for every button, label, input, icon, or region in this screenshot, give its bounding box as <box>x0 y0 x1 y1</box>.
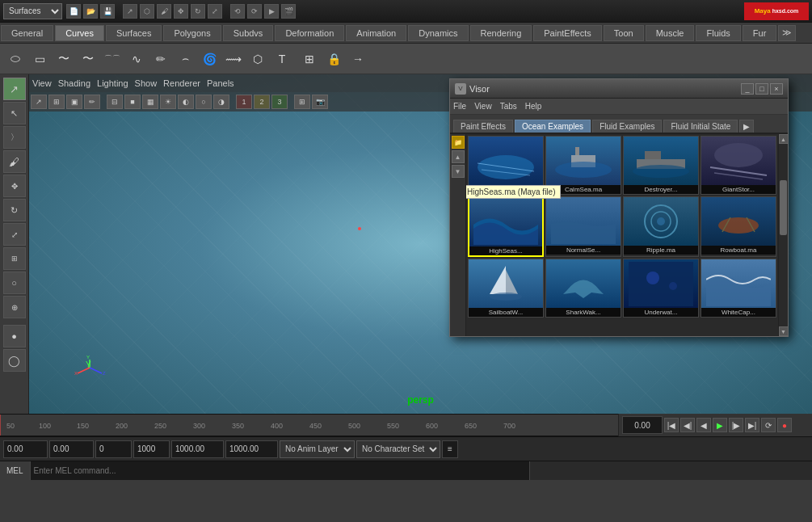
go-end-btn[interactable]: ▶| <box>745 418 759 432</box>
play-btn[interactable]: ▶ <box>713 418 727 432</box>
visor-item-boatwake[interactable]: BoatWake... <box>468 136 544 195</box>
step-back-btn[interactable]: ◀| <box>680 418 695 432</box>
move-icon[interactable]: ✥ <box>174 4 188 19</box>
visor-item-ripple[interactable]: Ripple.ma <box>623 196 699 257</box>
redo-icon[interactable]: ⟳ <box>247 4 262 19</box>
vp-menu-view[interactable]: View <box>32 78 52 88</box>
tab-dynamics[interactable]: Dynamics <box>408 25 468 41</box>
visor-item-highseas[interactable]: HighSeas... HighSeas.ma (Maya file) <box>468 196 544 257</box>
visor-tab-fluidstate[interactable]: Fluid Initial State <box>663 120 738 133</box>
lasso-tool[interactable]: 〉 <box>3 126 26 149</box>
visor-item-giantstorm[interactable]: GiantStor... <box>701 136 776 195</box>
vp-quality-low[interactable]: 1 <box>236 95 252 109</box>
rotate-tool[interactable]: ↻ <box>3 199 26 221</box>
viewport[interactable]: View Shading Lighting Show Renderer Pane… <box>29 74 812 414</box>
vp-select-icon[interactable]: ↗ <box>31 95 47 109</box>
vp-menu-renderer[interactable]: Renderer <box>163 78 200 88</box>
visor-tab-next[interactable]: ▶ <box>739 120 754 133</box>
shelf-text[interactable]: T <box>270 47 294 71</box>
vp-texture-icon[interactable]: ▦ <box>142 95 158 109</box>
soft-select[interactable]: ○ <box>3 272 26 294</box>
command-input[interactable] <box>31 461 529 480</box>
shelf-arrow[interactable]: → <box>346 47 370 71</box>
tab-muscle[interactable]: Muscle <box>646 25 695 41</box>
visor-item-normalsea[interactable]: NormalSe... <box>545 196 621 257</box>
tab-surfaces[interactable]: Surfaces <box>106 25 162 41</box>
visor-close[interactable]: × <box>770 83 783 95</box>
tab-deformation[interactable]: Deformation <box>275 25 344 41</box>
scroll-down-btn[interactable]: ▼ <box>779 326 789 336</box>
rotate-icon[interactable]: ↻ <box>191 4 205 19</box>
select-tool-2[interactable]: ↖ <box>3 102 26 124</box>
vp-menu-shading[interactable]: Shading <box>58 78 90 88</box>
vp-paint-icon[interactable]: ✏ <box>84 95 100 109</box>
tab-general[interactable]: General <box>1 25 53 41</box>
paint-icon[interactable]: 🖌 <box>157 4 171 19</box>
z-coord-input[interactable] <box>95 440 132 458</box>
vp-lights-icon[interactable]: ☀ <box>160 95 176 109</box>
scroll-thumb[interactable] <box>780 180 787 235</box>
tab-fur[interactable]: Fur <box>743 25 777 41</box>
history-icon[interactable]: ⟲ <box>230 4 245 19</box>
go-start-btn[interactable]: |◀ <box>664 418 679 432</box>
visor-item-destroyer[interactable]: Destroyer... <box>623 136 699 195</box>
show-manip[interactable]: ⊕ <box>3 296 26 318</box>
play-back-btn[interactable]: ◀ <box>696 418 711 432</box>
vp-motion-icon[interactable]: ◑ <box>213 95 229 109</box>
visor-menu-file[interactable]: File <box>453 102 466 111</box>
vp-smooth-icon[interactable]: ■ <box>124 95 141 109</box>
vp-ao-icon[interactable]: ○ <box>196 95 212 109</box>
visor-item-underwater[interactable]: Underwat... <box>623 259 699 318</box>
vp-menu-panels[interactable]: Panels <box>207 78 234 88</box>
render-icon[interactable]: ▶ <box>264 4 279 19</box>
visor-menu-view[interactable]: View <box>474 102 492 111</box>
vp-shadows-icon[interactable]: ◐ <box>178 95 194 109</box>
visor-item-whitecap[interactable]: WhiteCap... <box>701 259 776 318</box>
visor-tab-painteffects[interactable]: Paint Effects <box>453 120 513 133</box>
xform-tool[interactable]: ⊞ <box>3 247 26 270</box>
loop-btn[interactable]: ⟳ <box>761 418 776 432</box>
shelf-poly[interactable]: ⬡ <box>246 47 270 71</box>
visor-tab-fluid[interactable]: Fluid Examples <box>592 120 662 133</box>
character-set-dropdown[interactable]: No Character Set <box>356 440 440 458</box>
shelf-snap[interactable]: ⊞ <box>297 47 322 71</box>
move-tool[interactable]: ✥ <box>3 175 26 197</box>
new-icon[interactable]: 📄 <box>66 4 81 19</box>
scroll-track[interactable] <box>779 144 788 326</box>
step-fwd-btn[interactable]: |▶ <box>729 418 743 432</box>
shelf-rect[interactable]: ▭ <box>27 47 52 71</box>
visor-item-sailboat[interactable]: SailboatW... <box>468 259 544 318</box>
scale-tool[interactable]: ⤢ <box>3 223 26 246</box>
visor-minimize[interactable]: _ <box>741 83 754 95</box>
visor-titlebar[interactable]: V Visor _ □ × <box>450 79 788 99</box>
shelf-pencil[interactable]: ✏ <box>149 47 173 71</box>
shelf-arc[interactable]: ⌢ <box>173 47 197 71</box>
visor-item-calmsea[interactable]: CalmSea.ma <box>545 136 621 195</box>
shelf-curve3[interactable]: ⌒⌒ <box>100 47 124 71</box>
lasso-icon[interactable]: ⬡ <box>140 4 154 19</box>
tab-curves[interactable]: Curves <box>55 25 104 41</box>
vp-mask-icon[interactable]: ▣ <box>66 95 82 109</box>
tab-painteffects[interactable]: PaintEffects <box>533 25 602 41</box>
shelf-ellipse[interactable]: ⬭ <box>3 47 27 71</box>
tab-animation[interactable]: Animation <box>346 25 406 41</box>
vp-menu-lighting[interactable]: Lighting <box>97 78 128 88</box>
brush-tool[interactable]: ● <box>3 325 26 347</box>
visor-menu-help[interactable]: Help <box>525 102 542 111</box>
visor-tab-ocean[interactable]: Ocean Examples <box>515 120 591 133</box>
visor-content[interactable]: BoatWake... CalmSea.ma Des <box>466 134 778 336</box>
shelf-wave[interactable]: ∿ <box>124 47 149 71</box>
auto-key-btn[interactable]: ● <box>777 418 792 432</box>
visor-scroll-down[interactable]: ▼ <box>452 165 465 178</box>
vp-grid-icon[interactable]: ⊞ <box>294 95 310 109</box>
visor-menu-tabs[interactable]: Tabs <box>500 102 517 111</box>
open-icon[interactable]: 📂 <box>83 4 98 19</box>
vp-wireframe-icon[interactable]: ⊟ <box>107 95 123 109</box>
vp-menu-show[interactable]: Show <box>135 78 158 88</box>
visor-item-rowboat[interactable]: Rowboat.ma <box>701 196 776 257</box>
paint-select[interactable]: 🖌 <box>3 150 26 173</box>
anim-layer-dropdown[interactable]: No Anim Layer <box>280 440 355 458</box>
visor-item-sharkwake[interactable]: SharkWak... <box>545 259 621 318</box>
tab-subdvs[interactable]: Subdvs <box>223 25 274 41</box>
select-tool[interactable]: ↗ <box>3 78 26 100</box>
